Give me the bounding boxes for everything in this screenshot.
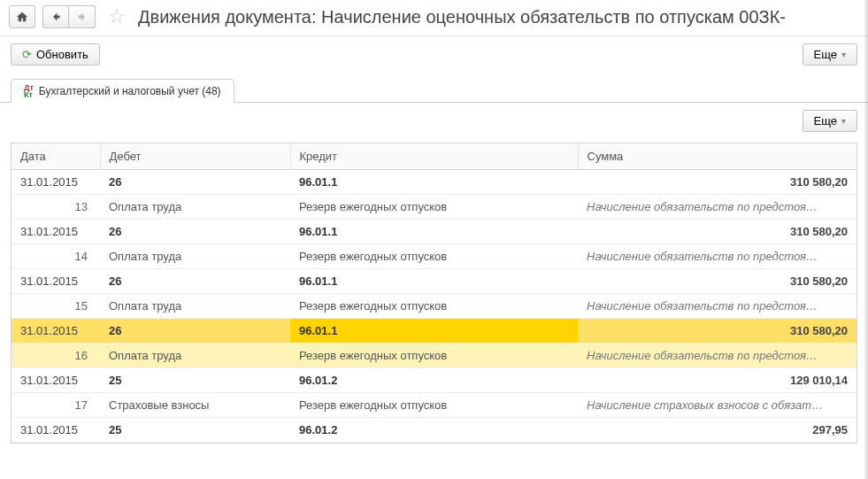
- cell-date: 31.01.2015: [12, 319, 100, 344]
- cell-credit: 96.01.1: [290, 170, 578, 195]
- cell-date: 31.01.2015: [12, 220, 100, 244]
- table-detail-row[interactable]: 17Страховые взносыРезерв ежегодных отпус…: [12, 393, 856, 418]
- cell-debit-desc: Оплата труда: [100, 344, 290, 368]
- cell-sum: 310 580,20: [578, 319, 856, 344]
- cell-seq: 17: [12, 393, 100, 418]
- cell-debit: 26: [100, 269, 290, 294]
- refresh-icon: ⟳: [22, 48, 32, 61]
- refresh-label: Обновить: [36, 48, 88, 61]
- forward-button[interactable]: [69, 5, 96, 28]
- arrow-left-icon: [50, 12, 61, 22]
- arrow-right-icon: [77, 12, 88, 22]
- cell-seq: 16: [12, 344, 100, 368]
- refresh-button[interactable]: ⟳ Обновить: [11, 43, 100, 66]
- cell-debit-desc: Оплата труда: [100, 195, 290, 220]
- cell-seq: 14: [12, 244, 100, 269]
- cell-debit-desc: Оплата труда: [100, 294, 290, 319]
- table-detail-row[interactable]: 15Оплата трудаРезерв ежегодных отпусковН…: [12, 294, 856, 319]
- favorite-star-icon[interactable]: ☆: [108, 5, 126, 28]
- table-row[interactable]: 31.01.20152696.01.1310 580,20: [12, 170, 856, 195]
- cell-credit: 96.01.1: [290, 319, 578, 344]
- table-detail-row[interactable]: 13Оплата трудаРезерв ежегодных отпусковН…: [12, 195, 856, 220]
- tab-accounting[interactable]: ДтКт Бухгалтерский и налоговый учет (48): [11, 79, 234, 103]
- more-label-table: Еще: [814, 114, 837, 127]
- cell-sum: 129 010,14: [578, 368, 856, 393]
- cell-date: 31.01.2015: [12, 269, 100, 294]
- page-title: Движения документа: Начисление оценочных…: [138, 7, 786, 27]
- tab-label: Бухгалтерский и налоговый учет (48): [39, 85, 221, 97]
- cell-note: Начисление обязательств по предстоя…: [578, 244, 856, 269]
- cell-debit: 26: [100, 319, 290, 344]
- cell-date: 31.01.2015: [12, 368, 100, 393]
- debit-credit-icon: ДтКт: [24, 84, 34, 98]
- cell-credit-desc: Резерв ежегодных отпусков: [290, 195, 578, 220]
- cell-credit-desc: Резерв ежегодных отпусков: [290, 244, 578, 269]
- table-detail-row[interactable]: 16Оплата трудаРезерв ежегодных отпусковН…: [12, 344, 856, 368]
- cell-note: Начисление обязательств по предстоя…: [578, 344, 856, 368]
- cell-debit: 26: [100, 220, 290, 244]
- col-sum[interactable]: Сумма: [578, 143, 856, 170]
- cell-sum: 310 580,20: [578, 170, 856, 195]
- cell-seq: 13: [12, 195, 100, 220]
- cell-credit-desc: Резерв ежегодных отпусков: [290, 393, 578, 418]
- table-row[interactable]: 31.01.20152696.01.1310 580,20: [12, 269, 856, 294]
- table-header-row: Дата Дебет Кредит Сумма: [12, 143, 856, 170]
- cell-date: 31.01.2015: [12, 170, 100, 195]
- more-button-top[interactable]: Еще: [803, 43, 857, 66]
- cell-credit: 96.01.1: [290, 220, 578, 244]
- table-row[interactable]: 31.01.20152696.01.1310 580,20: [12, 220, 856, 244]
- cell-debit: 25: [100, 368, 290, 393]
- cell-sum: 310 580,20: [578, 269, 856, 294]
- cell-debit: 26: [100, 170, 290, 195]
- cell-debit: 25: [100, 418, 290, 443]
- col-date[interactable]: Дата: [12, 143, 100, 170]
- cell-note: Начисление страховых взносов с обязат…: [578, 393, 856, 418]
- back-button[interactable]: [42, 5, 69, 28]
- cell-note: Начисление обязательств по предстоя…: [578, 294, 856, 319]
- cell-debit-desc: Страховые взносы: [100, 393, 290, 418]
- cell-credit-desc: Резерв ежегодных отпусков: [290, 344, 578, 368]
- cell-credit: 96.01.2: [290, 368, 578, 393]
- col-credit[interactable]: Кредит: [290, 143, 578, 170]
- cell-credit: 96.01.2: [290, 418, 578, 443]
- more-label: Еще: [814, 48, 837, 61]
- more-button-table[interactable]: Еще: [803, 110, 857, 132]
- home-button[interactable]: [9, 5, 35, 28]
- cell-note: Начисление обязательств по предстоя…: [578, 195, 856, 220]
- cell-sum: 297,95: [578, 418, 856, 443]
- cell-credit-desc: Резерв ежегодных отпусков: [290, 294, 578, 319]
- col-debit[interactable]: Дебет: [100, 143, 290, 170]
- table-detail-row[interactable]: 14Оплата трудаРезерв ежегодных отпусковН…: [12, 244, 856, 269]
- cell-date: 31.01.2015: [12, 418, 100, 443]
- table-row[interactable]: 31.01.20152696.01.1310 580,20: [12, 319, 856, 344]
- home-icon: [16, 11, 28, 23]
- cell-debit-desc: Оплата труда: [100, 244, 290, 269]
- table-row[interactable]: 31.01.20152596.01.2129 010,14: [12, 368, 856, 393]
- movements-table: Дата Дебет Кредит Сумма 31.01.20152696.0…: [11, 143, 857, 444]
- cell-credit: 96.01.1: [290, 269, 578, 294]
- cell-sum: 310 580,20: [578, 220, 856, 244]
- table-row[interactable]: 31.01.20152596.01.2297,95: [12, 418, 856, 443]
- cell-seq: 15: [12, 294, 100, 319]
